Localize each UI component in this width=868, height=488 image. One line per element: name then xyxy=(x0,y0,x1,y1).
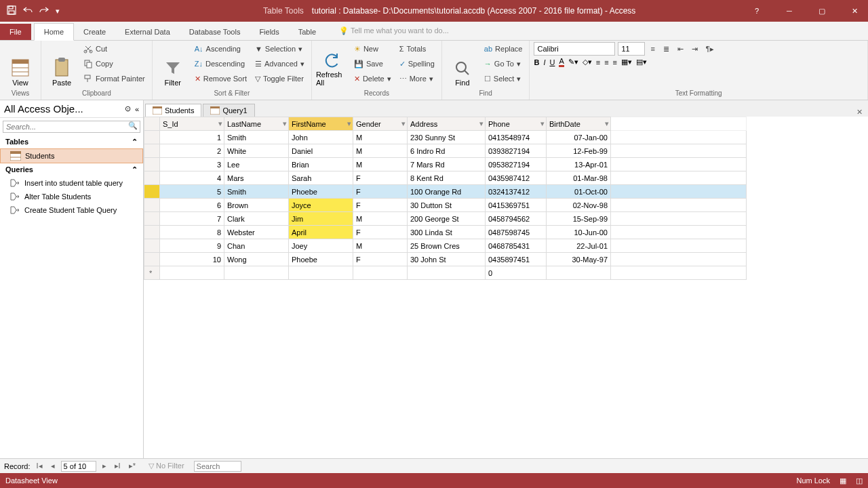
cell[interactable]: 3 xyxy=(160,158,224,171)
cell[interactable]: 30 John St xyxy=(408,253,486,266)
nav-collapse-icon[interactable]: « xyxy=(135,105,139,113)
cell[interactable]: 10 xyxy=(160,253,224,266)
indent-dec-icon[interactable]: ⇤ xyxy=(675,42,686,56)
qat-customize-icon[interactable]: ▾ xyxy=(56,7,60,16)
cell[interactable]: F xyxy=(353,185,408,199)
save-record-button[interactable]: 💾Save xyxy=(351,57,394,70)
column-dropdown-icon[interactable]: ▾ xyxy=(401,119,406,128)
cell[interactable]: 4 xyxy=(160,171,224,185)
nav-group-queries[interactable]: Queries⌃ xyxy=(0,163,143,176)
cell[interactable]: 02-Nov-98 xyxy=(547,199,611,212)
column-dropdown-icon[interactable]: ▾ xyxy=(347,119,351,128)
column-dropdown-icon[interactable]: ▾ xyxy=(540,119,545,128)
cell[interactable]: Mars xyxy=(224,171,289,185)
table-row[interactable]: 5SmithPhoebeF100 Orange Rd032413741201-O… xyxy=(144,185,747,199)
cell[interactable] xyxy=(160,266,224,280)
cell[interactable]: Clark xyxy=(224,212,289,226)
cell[interactable]: 10-Jun-00 xyxy=(547,226,611,239)
cell[interactable]: 300 Linda St xyxy=(408,226,486,239)
goto-button[interactable]: →Go To▾ xyxy=(481,57,526,70)
nav-query-item[interactable]: Alter Table Students xyxy=(0,190,143,203)
nav-search[interactable]: 🔍 xyxy=(3,121,140,133)
cell[interactable]: 30 Dutton St xyxy=(408,199,486,212)
table-row[interactable]: 6BrownJoyceF30 Dutton St041536975102-Nov… xyxy=(144,199,747,212)
close-tab-icon[interactable]: ✕ xyxy=(856,108,868,117)
replace-button[interactable]: abReplace xyxy=(481,42,526,56)
cell[interactable]: 6 Indro Rd xyxy=(408,144,486,158)
cell[interactable]: White xyxy=(224,144,289,158)
select-button[interactable]: ☐Select▾ xyxy=(481,72,526,85)
cell[interactable]: Daniel xyxy=(289,144,353,158)
descending-button[interactable]: Z↓Descending xyxy=(192,57,250,70)
remove-sort-button[interactable]: ✕Remove Sort xyxy=(192,72,250,85)
cell[interactable]: Phoebe xyxy=(289,253,353,266)
tell-me-hint[interactable]: 💡 Tell me what you want to do... xyxy=(339,26,449,35)
nav-query-item[interactable]: Create Student Table Query xyxy=(0,203,143,217)
alt-row-icon[interactable]: ▤▾ xyxy=(636,58,647,66)
cell[interactable]: 0415369751 xyxy=(486,199,547,212)
cell[interactable]: M xyxy=(353,212,408,226)
table-row[interactable]: 1SmithJohnM230 Sunny St041354897407-Jan-… xyxy=(144,131,747,144)
cell[interactable]: 100 Orange Rd xyxy=(408,185,486,199)
cell[interactable]: 0468785431 xyxy=(486,239,547,253)
cell[interactable]: 8 xyxy=(160,226,224,239)
column-dropdown-icon[interactable]: ▾ xyxy=(605,119,609,128)
record-position-input[interactable] xyxy=(61,461,96,472)
cell[interactable]: Chan xyxy=(224,239,289,253)
nav-search-input[interactable] xyxy=(3,121,126,132)
cell[interactable]: Webster xyxy=(224,226,289,239)
cell[interactable]: F xyxy=(353,199,408,212)
cell[interactable]: 0 xyxy=(486,266,547,280)
column-header[interactable]: Address▾ xyxy=(408,117,486,131)
tab-fields[interactable]: Fields xyxy=(250,24,288,40)
table-row[interactable]: 3LeeBrianM7 Mars Rd095382719413-Apr-01 xyxy=(144,158,747,171)
cell[interactable]: Lee xyxy=(224,158,289,171)
advanced-button[interactable]: ☰Advanced▾ xyxy=(252,57,307,70)
align-center-icon[interactable]: ≡ xyxy=(604,58,608,66)
cell[interactable]: M xyxy=(353,239,408,253)
view-datasheet-icon[interactable]: ▦ xyxy=(840,476,846,485)
nav-group-tables[interactable]: Tables⌃ xyxy=(0,136,143,148)
gridlines-icon[interactable]: ▦▾ xyxy=(621,58,632,66)
row-selector[interactable] xyxy=(144,144,160,158)
row-selector[interactable] xyxy=(144,212,160,226)
bold-button[interactable]: B xyxy=(534,58,539,66)
cell[interactable]: April xyxy=(289,226,353,239)
cell[interactable]: Joyce xyxy=(289,199,353,212)
column-dropdown-icon[interactable]: ▾ xyxy=(479,119,484,128)
ltr-icon[interactable]: ¶▸ xyxy=(703,42,717,56)
tab-create[interactable]: Create xyxy=(74,24,115,40)
indent-inc-icon[interactable]: ⇥ xyxy=(689,42,701,56)
column-dropdown-icon[interactable]: ▾ xyxy=(283,119,287,128)
cell[interactable]: 0458794562 xyxy=(486,212,547,226)
row-selector[interactable] xyxy=(144,239,160,253)
row-selector[interactable] xyxy=(144,131,160,144)
font-size-input[interactable] xyxy=(618,42,645,56)
table-row[interactable]: 8WebsterAprilF300 Linda St048759874510-J… xyxy=(144,226,747,239)
close-icon[interactable]: ✕ xyxy=(845,7,864,16)
cell[interactable] xyxy=(408,266,486,280)
last-record-icon[interactable]: ▸I xyxy=(113,462,123,470)
cell[interactable] xyxy=(547,266,611,280)
bullets-icon[interactable]: ≡ xyxy=(648,42,657,56)
fill-color-button[interactable]: ◇▾ xyxy=(583,58,592,66)
select-all-cell[interactable] xyxy=(144,117,160,131)
more-button[interactable]: ⋯More▾ xyxy=(397,72,437,85)
cut-button[interactable]: Cut xyxy=(81,42,148,56)
redo-icon[interactable] xyxy=(39,6,49,16)
next-record-icon[interactable]: ▸ xyxy=(100,462,108,470)
cell[interactable]: M xyxy=(353,144,408,158)
new-record-row[interactable]: 0 xyxy=(144,266,747,280)
row-selector[interactable] xyxy=(144,171,160,185)
cell[interactable]: 15-Sep-99 xyxy=(547,212,611,226)
cell[interactable]: 230 Sunny St xyxy=(408,131,486,144)
row-selector[interactable] xyxy=(144,226,160,239)
refresh-all-button[interactable]: Refresh All xyxy=(316,42,349,87)
cell[interactable]: Wong xyxy=(224,253,289,266)
cell[interactable]: 7 xyxy=(160,212,224,226)
cell[interactable]: 01-Oct-00 xyxy=(547,185,611,199)
italic-button[interactable]: I xyxy=(543,58,545,66)
cell[interactable]: 0393827194 xyxy=(486,144,547,158)
cell[interactable]: 22-Jul-01 xyxy=(547,239,611,253)
cell[interactable] xyxy=(224,266,289,280)
